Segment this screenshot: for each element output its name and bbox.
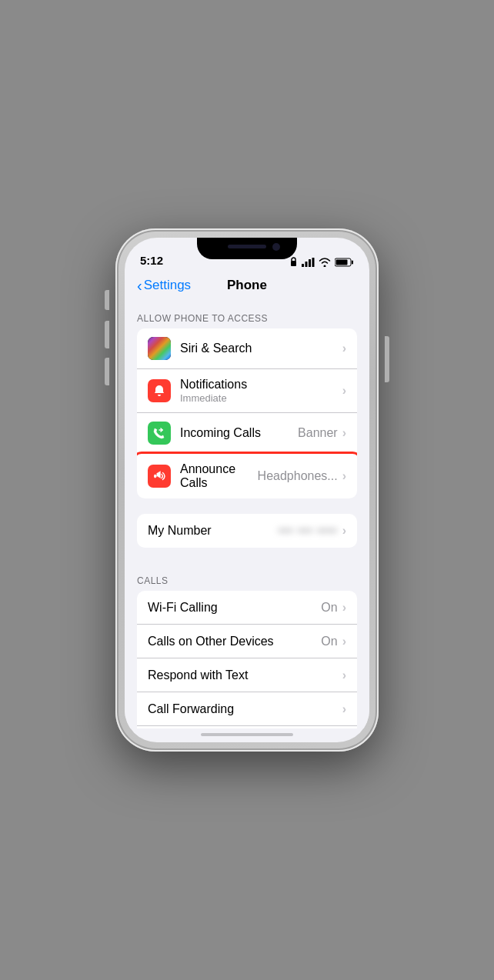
announce-calls-chevron-icon: › [342,469,346,483]
wifi-icon [319,258,331,267]
incoming-calls-icon [148,422,171,445]
svg-rect-1 [302,264,304,267]
silent-button[interactable] [105,290,109,310]
notifications-title: Notifications [180,378,342,392]
home-indicator [201,733,293,736]
respond-text-content: Respond with Text [148,668,342,682]
page-title: Phone [199,278,295,293]
announce-calls-row[interactable]: Announce Calls Headphones... › [137,454,357,498]
back-label: Settings [144,278,191,293]
back-button[interactable]: ‹ Settings [137,278,199,293]
calls-other-devices-content: Calls on Other Devices [148,635,321,648]
siri-row[interactable]: Siri & Search › [137,328,357,369]
respond-text-chevron-icon: › [342,668,346,682]
call-forwarding-chevron-icon: › [342,702,346,716]
my-number-value: ••• ••• •••• [279,524,338,538]
announce-calls-icon [148,465,171,488]
svg-rect-7 [336,259,348,265]
speaker [228,245,266,248]
my-number-title: My Number [148,524,279,538]
calls-other-devices-title: Calls on Other Devices [148,635,321,648]
svg-rect-6 [352,260,353,264]
notifications-chevron-icon: › [342,384,346,398]
svg-rect-0 [291,261,296,266]
incoming-calls-value: Banner [298,426,338,440]
siri-title: Siri & Search [180,342,342,355]
section3-group: Wi-Fi Calling On › Calls on Other Device… [137,591,357,728]
announce-calls-content: Announce Calls [180,462,258,490]
my-number-content: My Number [148,524,279,538]
section1-header: ALLOW PHONE TO ACCESS [125,301,369,328]
wifi-calling-value: On [321,601,337,615]
wifi-calling-chevron-icon: › [342,601,346,615]
lock-icon [289,257,298,267]
status-icons [289,254,354,267]
section1-group: Siri & Search › Notifications Immediat [137,328,357,498]
phone-screen: 5:12 [125,238,369,742]
signal-icon [302,258,315,267]
notifications-subtitle: Immediate [180,392,342,404]
respond-text-row[interactable]: Respond with Text › [137,658,357,692]
notch [197,238,297,259]
siri-chevron-icon: › [342,342,346,355]
notifications-content: Notifications Immediate [180,378,342,404]
wifi-calling-title: Wi-Fi Calling [148,601,321,615]
incoming-calls-chevron-icon: › [342,426,346,440]
siri-content: Siri & Search [180,342,342,355]
my-number-chevron-icon: › [342,524,346,538]
svg-rect-2 [305,262,308,267]
respond-text-title: Respond with Text [148,668,342,682]
calls-other-devices-value: On [321,635,337,648]
svg-rect-4 [312,258,315,267]
navigation-bar: ‹ Settings Phone [125,272,369,301]
back-chevron-icon: ‹ [137,278,142,293]
battery-icon [335,258,354,267]
section2-group: My Number ••• ••• •••• › [137,514,357,548]
volume-down-button[interactable] [105,358,109,385]
incoming-calls-content: Incoming Calls [180,426,298,440]
call-forwarding-row[interactable]: Call Forwarding › [137,692,357,726]
wifi-calling-content: Wi-Fi Calling [148,601,321,615]
calls-other-devices-row[interactable]: Calls on Other Devices On › [137,625,357,658]
section3-header: CALLS [125,563,369,591]
settings-content: ALLOW PHONE TO ACCESS Siri & Search › [125,301,369,728]
call-forwarding-content: Call Forwarding [148,702,342,716]
call-waiting-row[interactable]: Call Waiting › [137,726,357,728]
notifications-row[interactable]: Notifications Immediate › [137,369,357,413]
calls-other-devices-chevron-icon: › [342,635,346,648]
call-forwarding-title: Call Forwarding [148,702,342,716]
power-button[interactable] [385,336,389,382]
phone-frame: 5:12 [115,228,379,752]
svg-rect-3 [309,259,311,267]
announce-calls-title: Announce Calls [180,462,258,490]
camera [272,243,280,251]
siri-icon [148,337,171,360]
notifications-icon [148,379,171,402]
volume-up-button[interactable] [105,321,109,348]
incoming-calls-title: Incoming Calls [180,426,298,440]
incoming-calls-row[interactable]: Incoming Calls Banner › [137,413,357,454]
status-bar: 5:12 [125,238,369,272]
my-number-row[interactable]: My Number ••• ••• •••• › [137,514,357,548]
announce-calls-value: Headphones... [258,469,338,483]
wifi-calling-row[interactable]: Wi-Fi Calling On › [137,591,357,625]
